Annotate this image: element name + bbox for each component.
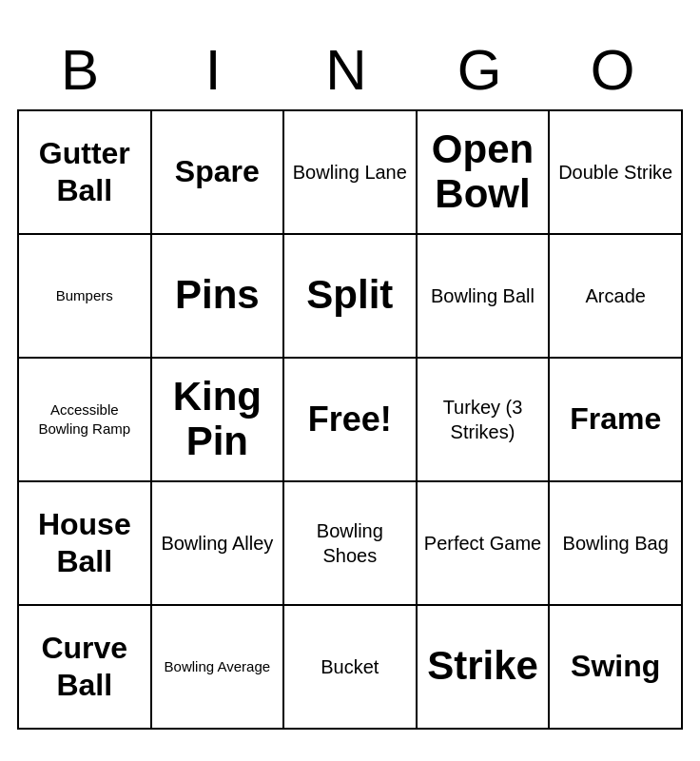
cell-r2-c2: Free! <box>283 358 416 481</box>
cell-r1-c4: Arcade <box>549 234 682 358</box>
header-i: I <box>150 32 283 107</box>
cell-r1-c1: Pins <box>151 234 284 358</box>
header-o: O <box>550 32 683 107</box>
header-g: G <box>417 32 550 107</box>
cell-r2-c0: Accessible Bowling Ramp <box>18 358 151 481</box>
cell-r3-c0: House Ball <box>18 481 151 605</box>
header-b: B <box>17 32 150 107</box>
cell-r4-c2: Bucket <box>283 605 416 729</box>
bingo-header: B I N G O <box>17 32 683 107</box>
cell-r3-c2: Bowling Shoes <box>283 481 416 605</box>
cell-r2-c4: Frame <box>549 358 682 481</box>
cell-r2-c3: Turkey (3 Strikes) <box>417 358 550 481</box>
cell-r1-c3: Bowling Ball <box>417 234 550 358</box>
cell-r0-c2: Bowling Lane <box>283 110 416 234</box>
cell-r1-c2: Split <box>283 234 416 358</box>
cell-r0-c4: Double Strike <box>549 110 682 234</box>
cell-r0-c1: Spare <box>151 110 284 234</box>
cell-r1-c0: Bumpers <box>18 234 151 358</box>
cell-r3-c3: Perfect Game <box>417 481 550 605</box>
cell-r3-c4: Bowling Bag <box>549 481 682 605</box>
bingo-grid: Gutter BallSpareBowling LaneOpen BowlDou… <box>17 109 683 730</box>
cell-r0-c3: Open Bowl <box>417 110 550 234</box>
cell-r2-c1: King Pin <box>151 358 284 481</box>
cell-r0-c0: Gutter Ball <box>18 110 151 234</box>
header-n: N <box>283 32 417 107</box>
cell-r4-c3: Strike <box>417 605 550 729</box>
cell-r4-c4: Swing <box>549 605 682 729</box>
cell-r4-c1: Bowling Average <box>151 605 284 729</box>
cell-r4-c0: Curve Ball <box>18 605 151 729</box>
cell-r3-c1: Bowling Alley <box>151 481 284 605</box>
bingo-card-container: B I N G O Gutter BallSpareBowling LaneOp… <box>17 32 683 730</box>
